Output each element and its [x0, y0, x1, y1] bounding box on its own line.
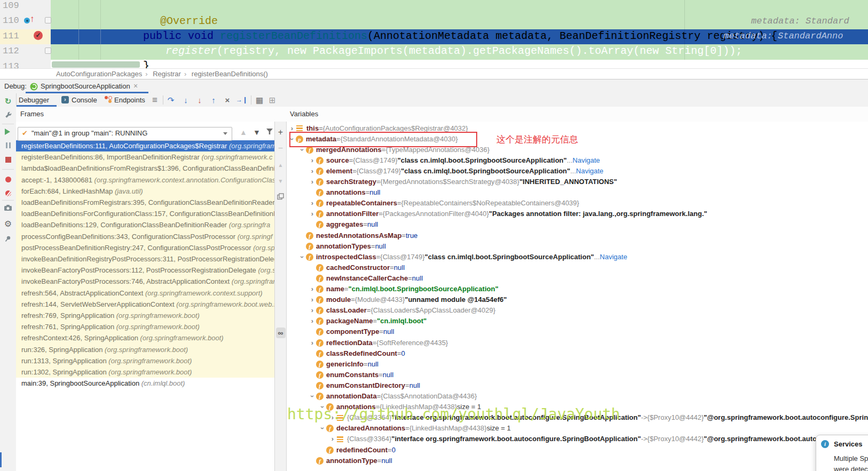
- variable-row[interactable]: fnewInstanceCallerCache = null: [287, 273, 868, 283]
- variable-row[interactable]: ›fintrospectedClass = {Class@1749} "clas…: [287, 251, 868, 262]
- filter-frames-icon[interactable]: [266, 128, 273, 137]
- chevron-expanded-icon[interactable]: ›: [317, 425, 328, 432]
- view-breakpoints-icon[interactable]: [5, 177, 11, 182]
- chevron-collapsed-icon[interactable]: ›: [309, 305, 316, 315]
- thread-dropdown[interactable]: ✔ "main"@1 in group "main": RUNNING: [18, 127, 232, 141]
- variable-row[interactable]: fnestedAnnotationsAsMap = true: [287, 230, 868, 241]
- frame-row[interactable]: refresh:761, SpringApplication (org.spri…: [16, 321, 274, 332]
- resume-icon[interactable]: [5, 129, 10, 135]
- variable-row[interactable]: fannotations = null: [287, 187, 868, 198]
- variable-row[interactable]: fgenericInfo = null: [287, 358, 868, 369]
- step-over-icon[interactable]: ↷: [165, 93, 176, 107]
- stop-icon[interactable]: [5, 157, 11, 163]
- chevron-expanded-icon[interactable]: ›: [307, 393, 318, 400]
- run-to-cursor-icon[interactable]: →❙: [236, 93, 247, 107]
- variable-row[interactable]: ›frepeatableContainers = {RepeatableCont…: [287, 198, 868, 209]
- variable-row[interactable]: ›fclassLoader = {ClassLoaders$AppClassLo…: [287, 305, 868, 316]
- variable-row[interactable]: fenumConstantDirectory = null: [287, 380, 868, 390]
- chevron-collapsed-icon[interactable]: ›: [309, 284, 316, 294]
- services-notification-popup[interactable]: i Services Multiple Sp were detect: [816, 435, 868, 471]
- frame-row[interactable]: postProcessBeanDefinitionRegistry:247, C…: [16, 242, 274, 253]
- tab-endpoints[interactable]: Endpoints: [114, 93, 145, 106]
- breadcrumb-item[interactable]: registerBeanDefinitions(): [192, 70, 268, 78]
- editor-gutter[interactable]: 109110111112113 ↑ ✓: [0, 0, 51, 68]
- variable-row[interactable]: fcomponentType = null: [287, 326, 868, 337]
- chevron-expanded-icon[interactable]: ›: [297, 253, 307, 261]
- next-frame-icon[interactable]: ▼: [253, 128, 261, 137]
- variable-row[interactable]: ›fannotationData = {Class$AnnotationData…: [287, 391, 868, 402]
- chevron-collapsed-icon[interactable]: ›: [309, 198, 316, 208]
- variable-row[interactable]: ›fdeclaredAnnotations = {LinkedHashMap@4…: [287, 423, 868, 434]
- frame-row[interactable]: refresh:769, SpringApplication (org.spri…: [16, 310, 274, 321]
- chevron-expanded-icon[interactable]: ›: [297, 146, 307, 154]
- frame-row[interactable]: run:326, SpringApplication (org.springfr…: [16, 344, 274, 355]
- variable-row[interactable]: fannotationType = null: [287, 455, 868, 466]
- move-down-icon[interactable]: ▼: [275, 176, 286, 187]
- frame-row[interactable]: invokeBeanFactoryPostProcessors:746, Abs…: [16, 276, 274, 287]
- frame-row[interactable]: processConfigBeanDefinitions:343, Config…: [16, 231, 274, 242]
- variable-row[interactable]: ›fmergedAnnotations = {TypeMappedAnnotat…: [287, 144, 868, 155]
- move-up-icon[interactable]: ▲: [275, 160, 286, 171]
- breadcrumb-item[interactable]: AutoConfigurationPackages: [56, 70, 142, 78]
- evaluate-expression-icon[interactable]: ▦: [254, 93, 265, 107]
- mute-breakpoints-icon[interactable]: [5, 190, 11, 196]
- variable-row[interactable]: ›fsearchStrategy = {MergedAnnotations$Se…: [287, 177, 868, 187]
- navigate-link[interactable]: Navigate: [576, 166, 603, 176]
- chevron-collapsed-icon[interactable]: ›: [288, 123, 296, 133]
- frame-row[interactable]: registerBeanDefinitions:111, AutoConfigu…: [16, 140, 274, 151]
- chevron-collapsed-icon[interactable]: ›: [309, 294, 316, 305]
- step-out-icon[interactable]: ↑: [208, 93, 219, 107]
- variable-row[interactable]: ›fsource = {Class@1749} "class cn.imlql.…: [287, 155, 868, 165]
- variable-row[interactable]: ›fpackageName = "cn.imlql.boot": [287, 316, 868, 326]
- frame-row[interactable]: refresh:144, ServletWebServerApplication…: [16, 299, 274, 310]
- frame-row[interactable]: refresh:564, AbstractApplicationContext …: [16, 288, 274, 299]
- layout-options-icon[interactable]: ≡: [149, 93, 160, 107]
- frame-row[interactable]: forEach:684, LinkedHashMap (java.util): [16, 186, 274, 197]
- frame-row[interactable]: loadBeanDefinitionsForConfigurationClass…: [16, 208, 274, 219]
- variable-row[interactable]: ›felement = {Class@1749} "class cn.imlql…: [287, 165, 868, 176]
- variable-row[interactable]: ›freflectionData = {SoftReference@4435}: [287, 337, 868, 348]
- variable-row[interactable]: faggregates = null: [287, 219, 868, 230]
- variable-row[interactable]: fcachedConstructor = null: [287, 262, 868, 273]
- chevron-collapsed-icon[interactable]: ›: [309, 155, 316, 165]
- frame-row[interactable]: main:39, SpringbootSourceApplication (cn…: [16, 378, 274, 389]
- force-step-into-icon[interactable]: ↓: [194, 93, 205, 107]
- frame-row[interactable]: invokeBeanFactoryPostProcessors:112, Pos…: [16, 265, 274, 276]
- variable-row[interactable]: ›fannotationFilter = {PackagesAnnotation…: [287, 209, 868, 219]
- chevron-collapsed-icon[interactable]: ›: [309, 209, 316, 219]
- restore-layout-icon[interactable]: ⊞: [267, 93, 278, 107]
- chevron-collapsed-icon[interactable]: ›: [309, 177, 316, 187]
- frame-row[interactable]: lambda$loadBeanDefinitionsFromRegistrars…: [16, 163, 274, 174]
- step-into-icon[interactable]: ↓: [180, 93, 191, 107]
- variable-row[interactable]: ›fmodule = {Module@4433} "unnamed module…: [287, 294, 868, 305]
- drop-frame-icon[interactable]: ×: [222, 93, 233, 107]
- frame-row[interactable]: loadBeanDefinitions:129, ConfigurationCl…: [16, 219, 274, 230]
- previous-frame-icon[interactable]: ▲: [240, 128, 247, 137]
- code-editor[interactable]: 109110111112113 ↑ ✓ @Override public voi…: [0, 0, 868, 68]
- camera-icon[interactable]: [0, 203, 16, 214]
- variable-row[interactable]: fclassRedefinedCount = 0: [287, 348, 868, 358]
- variable-row[interactable]: ›{Class@3364} "interface org.springframe…: [287, 434, 868, 444]
- chevron-collapsed-icon[interactable]: ›: [309, 166, 316, 176]
- variable-row[interactable]: fenumConstants = null: [287, 369, 868, 380]
- fold-marker[interactable]: [45, 17, 51, 23]
- tab-debugger[interactable]: Debugger: [19, 93, 49, 106]
- frame-row[interactable]: invokeBeanDefinitionRegistryPostProcesso…: [16, 253, 274, 265]
- variable-row[interactable]: ›fname = "cn.imlql.boot.SpringbootSource…: [287, 284, 868, 294]
- rerun-icon[interactable]: ↻: [0, 96, 16, 107]
- pause-icon[interactable]: [0, 140, 16, 151]
- chevron-collapsed-icon[interactable]: ›: [329, 434, 336, 444]
- copy-icon[interactable]: [275, 192, 286, 203]
- variable-row[interactable]: ›this = {AutoConfigurationPackages$Regis…: [287, 123, 868, 133]
- gear-icon[interactable]: ⚙: [0, 219, 16, 229]
- fold-marker[interactable]: [45, 47, 51, 54]
- wrench-icon[interactable]: [0, 111, 16, 122]
- navigation-dot-icon[interactable]: [24, 18, 30, 23]
- chevron-collapsed-icon[interactable]: ›: [309, 316, 316, 326]
- add-watch-icon[interactable]: +: [275, 127, 286, 138]
- chevron-collapsed-icon[interactable]: ›: [309, 338, 316, 348]
- remove-watch-icon[interactable]: −: [275, 143, 286, 154]
- frame-row[interactable]: run:1302, SpringApplication (org.springf…: [16, 366, 274, 378]
- chevron-expanded-icon[interactable]: ›: [287, 135, 297, 143]
- frame-row[interactable]: loadBeanDefinitionsFromRegistrars:395, C…: [16, 197, 274, 208]
